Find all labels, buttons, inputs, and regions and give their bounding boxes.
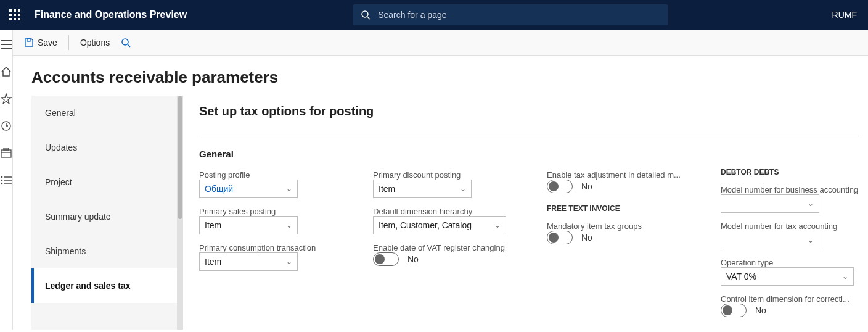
operation-type-select[interactable]: VAT 0% ⌄ (721, 267, 854, 286)
app-title: Finance and Operations Preview (35, 9, 187, 20)
toggle-value-text: No (407, 254, 419, 264)
search-icon (121, 38, 131, 48)
action-bar: Save Options (13, 30, 868, 56)
hamburger-icon[interactable] (0, 38, 12, 51)
workspace-icon[interactable] (0, 147, 12, 159)
primary-consumption-label: Primary consumption transaction (199, 243, 358, 252)
svg-point-13 (1, 183, 3, 185)
model-number-business-select[interactable]: ⌄ (721, 194, 819, 213)
select-value: VAT 0% (726, 272, 756, 281)
select-value: Item, Customer, Catalog (379, 220, 472, 230)
side-scrollbar[interactable] (177, 96, 183, 330)
tab-general[interactable]: General (31, 96, 183, 130)
svg-point-16 (122, 39, 128, 45)
tab-ledger-sales-tax[interactable]: Ledger and sales tax (31, 268, 183, 303)
mandatory-item-tax-groups-label: Mandatory item tax groups (547, 222, 706, 231)
enable-tax-adj-toggle[interactable] (547, 180, 573, 193)
primary-sales-posting-select[interactable]: Item ⌄ (199, 216, 298, 234)
left-rail (0, 30, 13, 330)
default-dim-hierarchy-label: Default dimension hierarchy (373, 207, 532, 216)
home-icon[interactable] (0, 65, 12, 78)
primary-sales-posting-label: Primary sales posting (199, 207, 358, 216)
primary-discount-posting-label: Primary discount posting (373, 170, 532, 180)
model-number-tax-label: Model number for tax accounting (721, 222, 859, 231)
control-item-dim-toggle[interactable] (721, 304, 747, 317)
form-column-4: DEBTOR DEBTS Model number for business a… (721, 170, 859, 317)
svg-point-0 (362, 11, 368, 17)
top-navbar: Finance and Operations Preview RUMF (0, 0, 868, 30)
tab-label: General (45, 108, 76, 118)
page-title: Accounts receivable parameters (31, 68, 868, 87)
tab-label: Shipments (45, 246, 86, 256)
toggle-value-text: No (755, 305, 766, 315)
chevron-down-icon: ⌄ (808, 199, 814, 208)
free-text-invoice-heading: FREE TEXT INVOICE (547, 204, 706, 213)
svg-line-17 (128, 44, 130, 47)
svg-line-1 (367, 17, 370, 19)
tab-project[interactable]: Project (31, 165, 183, 199)
model-number-business-label: Model number for business accounting (721, 185, 859, 194)
options-label: Options (80, 38, 110, 48)
select-value: Item (205, 220, 221, 230)
tab-shipments[interactable]: Shipments (31, 234, 183, 268)
debtor-debts-heading: DEBTOR DEBTS (721, 168, 859, 176)
chevron-down-icon: ⌄ (286, 257, 292, 266)
operation-type-label: Operation type (721, 258, 859, 267)
enable-vat-date-label: Enable date of VAT register changing (373, 243, 532, 252)
list-icon[interactable] (0, 174, 12, 186)
options-button[interactable]: Options (75, 30, 115, 56)
section-title: Set up tax options for posting (199, 104, 859, 118)
global-search-input[interactable] (377, 9, 660, 20)
svg-rect-6 (1, 150, 11, 157)
enable-vat-date-toggle[interactable] (373, 252, 399, 266)
tab-label: Ledger and sales tax (45, 281, 131, 291)
tab-label: Summary update (45, 212, 111, 222)
clock-icon[interactable] (0, 120, 12, 132)
posting-profile-label: Posting profile (199, 170, 358, 180)
svg-rect-15 (27, 39, 30, 41)
control-item-dim-label: Control item dimension for correcti... (721, 294, 859, 304)
form-column-1: Posting profile Общий ⌄ Primary sales po… (199, 170, 358, 317)
company-label[interactable]: RUMF (821, 10, 868, 20)
svg-point-11 (1, 180, 3, 181)
select-value: Общий (205, 184, 233, 194)
chevron-down-icon: ⌄ (808, 236, 814, 244)
chevron-down-icon: ⌄ (494, 221, 501, 230)
action-search-button[interactable] (115, 38, 137, 48)
group-title: General (199, 149, 859, 159)
tab-summary-update[interactable]: Summary update (31, 199, 183, 234)
svg-rect-8 (4, 148, 9, 150)
primary-consumption-select[interactable]: Item ⌄ (199, 252, 298, 271)
mandatory-item-tax-groups-toggle[interactable] (547, 231, 573, 244)
chevron-down-icon: ⌄ (460, 185, 466, 193)
form-column-2: Primary discount posting Item ⌄ Default … (373, 170, 532, 317)
toggle-value-text: No (581, 181, 592, 191)
chevron-down-icon: ⌄ (286, 185, 292, 193)
global-search[interactable] (353, 4, 668, 25)
waffle-icon (9, 9, 20, 20)
save-label: Save (38, 38, 57, 48)
default-dim-hierarchy-select[interactable]: Item, Customer, Catalog ⌄ (373, 216, 506, 234)
posting-profile-select[interactable]: Общий ⌄ (199, 180, 298, 198)
model-number-tax-select[interactable]: ⌄ (721, 231, 819, 249)
tab-label: Project (45, 177, 72, 187)
app-launcher-button[interactable] (0, 0, 30, 30)
star-icon[interactable] (0, 93, 12, 105)
chevron-down-icon: ⌄ (842, 272, 848, 281)
form-column-3: Enable tax adjustment in detailed m... N… (547, 170, 706, 317)
save-icon (24, 38, 34, 48)
save-button[interactable]: Save (19, 30, 62, 56)
svg-point-9 (1, 176, 3, 178)
scrollbar-thumb[interactable] (178, 96, 182, 219)
chevron-down-icon: ⌄ (286, 221, 292, 230)
tab-updates[interactable]: Updates (31, 130, 183, 165)
search-icon (361, 10, 371, 20)
enable-tax-adj-label: Enable tax adjustment in detailed m... (547, 170, 706, 180)
select-value: Item (205, 257, 221, 267)
action-divider (68, 35, 69, 50)
select-value: Item (379, 184, 395, 194)
vertical-tabs: General Updates Project Summary update S… (31, 96, 183, 330)
tab-label: Updates (45, 143, 77, 152)
toggle-value-text: No (581, 233, 592, 243)
primary-discount-posting-select[interactable]: Item ⌄ (373, 180, 472, 198)
